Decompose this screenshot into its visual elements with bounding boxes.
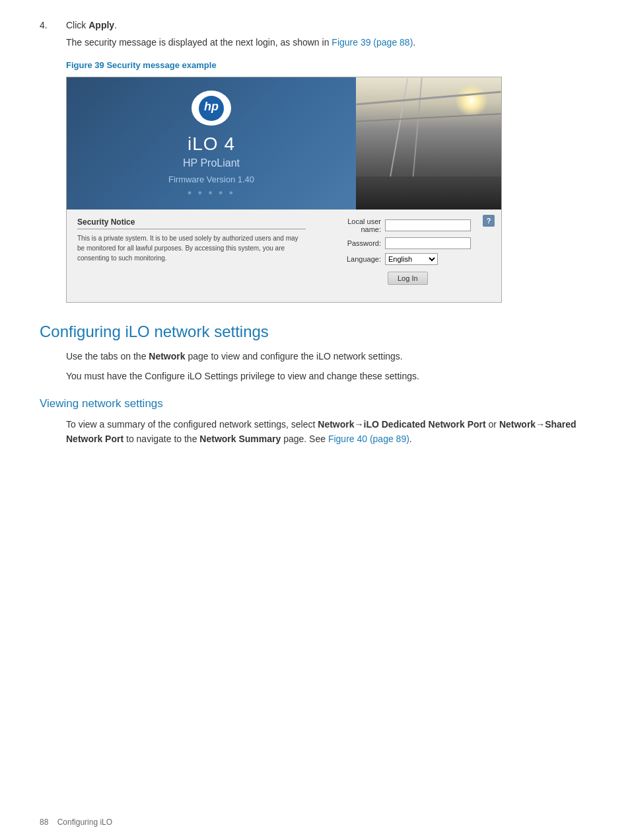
arrow-1: →: [355, 419, 364, 430]
ilo-header: hp iLO 4 HP ProLiant Firmware Version 1.…: [67, 77, 501, 210]
step-number: 4.: [40, 20, 53, 30]
network-bold-1: Network: [318, 419, 354, 430]
ilo-title: iLO 4: [188, 134, 235, 155]
network-bold: Network: [149, 351, 185, 362]
footer-section: Configuring iLO: [57, 818, 112, 827]
viewing-heading: Viewing network settings: [40, 397, 590, 410]
svg-text:hp: hp: [204, 99, 219, 112]
security-notice: Security Notice This is a private system…: [77, 217, 319, 291]
security-notice-text: This is a private system. It is to be us…: [77, 233, 306, 263]
arrow-2: →: [536, 419, 545, 430]
page-number: 88: [40, 818, 48, 827]
figure40-link[interactable]: Figure 40 (page 89): [328, 434, 409, 444]
sun-burst: [455, 84, 488, 117]
username-input[interactable]: [385, 219, 471, 231]
bridge-road: [356, 176, 501, 210]
bridge-visual: [356, 77, 501, 210]
username-row: Local user name:: [326, 217, 491, 233]
step-text: Click Apply.: [66, 20, 117, 30]
security-notice-title: Security Notice: [77, 217, 306, 229]
network-bold-2: Network: [499, 419, 536, 430]
ilo-header-right: [356, 77, 501, 210]
configuring-text1: Use the tabs on the Network page to view…: [66, 349, 590, 363]
bridge-beam-2: [356, 113, 501, 122]
language-select[interactable]: English: [385, 253, 438, 265]
password-row: Password:: [326, 237, 491, 249]
apply-bold: Apply: [88, 20, 114, 30]
hp-logo-svg: hp: [198, 95, 225, 122]
ilo-dots: ● ● ● ● ●: [188, 188, 235, 196]
configuring-text2: You must have the Configure iLO Settings…: [66, 369, 590, 383]
ilo-subtitle: HP ProLiant: [183, 157, 240, 169]
ilo-body: ? Security Notice This is a private syst…: [67, 210, 501, 302]
language-label: Language:: [326, 255, 385, 263]
login-button[interactable]: Log In: [388, 272, 428, 285]
step-4: 4. Click Apply.: [40, 20, 590, 30]
language-row: Language: English: [326, 253, 491, 265]
network-summary-bold: Network Summary: [199, 434, 281, 444]
password-input[interactable]: [385, 237, 471, 249]
figure39-link[interactable]: Figure 39 (page 88): [332, 37, 413, 48]
help-icon[interactable]: ?: [483, 215, 495, 227]
configuring-heading: Configuring iLO network settings: [40, 323, 590, 341]
ilo-firmware: Firmware Version 1.40: [168, 174, 254, 184]
username-label: Local user name:: [326, 217, 385, 233]
login-form: Local user name: Password: Language: Eng…: [319, 217, 491, 291]
figure-caption: Figure 39 Security message example: [66, 60, 590, 70]
password-label: Password:: [326, 239, 385, 247]
hp-logo: hp: [192, 91, 231, 126]
sub-description: The security message is displayed at the…: [66, 36, 590, 50]
ilo-screenshot: hp iLO 4 HP ProLiant Firmware Version 1.…: [66, 77, 502, 303]
page-footer: 88 Configuring iLO: [40, 818, 112, 827]
dedicated-port-bold: iLO Dedicated Network Port: [364, 419, 486, 430]
ilo-header-left: hp iLO 4 HP ProLiant Firmware Version 1.…: [67, 77, 356, 210]
viewing-text: To view a summary of the configured netw…: [66, 417, 590, 447]
